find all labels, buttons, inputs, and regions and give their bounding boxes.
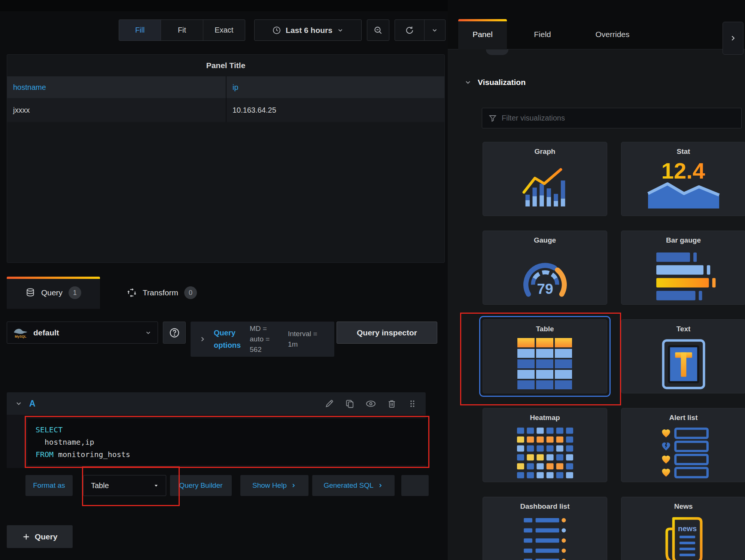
- query-options-toggle[interactable]: Query options MD = auto = 562 Interval =…: [191, 322, 334, 357]
- column-header-hostname[interactable]: hostname: [7, 76, 226, 98]
- visualization-section-toggle[interactable]: Visualization: [464, 78, 526, 87]
- tab-transform[interactable]: Transform 0: [123, 277, 201, 309]
- format-as-value: Table: [91, 481, 153, 490]
- gauge-value: 79: [537, 281, 553, 297]
- chevron-down-icon: [15, 400, 22, 407]
- viz-card-bar-gauge[interactable]: Bar gauge: [621, 231, 745, 305]
- mysql-logo-text: MySQL: [15, 335, 27, 338]
- viz-card-table[interactable]: Table: [483, 319, 607, 393]
- fit-button[interactable]: Fit: [161, 20, 203, 40]
- refresh-interval-dropdown[interactable]: [425, 20, 445, 40]
- sql-editor[interactable]: SELECT hostname,ipFROM monitoring_hosts: [27, 419, 427, 465]
- fill-button[interactable]: Fill: [119, 20, 161, 40]
- transform-count-badge: 0: [184, 286, 197, 299]
- tab-field[interactable]: Field: [522, 19, 563, 49]
- plus-icon: [22, 533, 30, 541]
- visualization-grid: Graph: [483, 142, 745, 560]
- table-row: jxxxx 10.163.64.25: [7, 98, 444, 122]
- tab-overrides[interactable]: Overrides: [579, 19, 646, 49]
- time-range-picker[interactable]: Last 6 hours: [254, 19, 362, 41]
- sql-line-2: hostname,ip: [36, 436, 427, 448]
- query-options-interval-summary: Interval = 1m: [288, 329, 321, 350]
- sql-line-3: FROM monitoring_hosts: [36, 448, 427, 461]
- grafana-panel-editor: Fill Fit Exact Last 6 hours Panel Title …: [0, 0, 745, 560]
- news-icon: news: [656, 515, 712, 560]
- filter-visualizations-input[interactable]: [502, 114, 735, 122]
- graph-icon: [522, 167, 569, 207]
- format-as-label: Format as: [25, 475, 73, 496]
- editor-tabs: Query 1 Transform 0: [7, 277, 201, 309]
- viz-card-dashboard-list[interactable]: Dashboard list: [483, 497, 607, 560]
- time-range-label: Last 6 hours: [286, 26, 332, 35]
- drag-handle-icon[interactable]: [407, 399, 417, 409]
- table-icon: [515, 337, 575, 392]
- tab-panel[interactable]: Panel: [458, 19, 507, 49]
- query-row-actions: [324, 398, 417, 409]
- options-pane: Panel Field Overrides Visualization Grap…: [448, 0, 745, 560]
- collapse-pane-button[interactable]: [723, 22, 744, 55]
- datasource-help-button[interactable]: [163, 322, 186, 344]
- stat-value: 12.4: [661, 159, 705, 183]
- refresh-button[interactable]: [395, 20, 425, 40]
- sql-line-1: SELECT: [36, 424, 427, 436]
- viz-card-alert-list[interactable]: Alert list: [621, 408, 745, 482]
- refresh-icon: [405, 25, 414, 35]
- viz-card-gauge[interactable]: Gauge 79: [483, 231, 607, 305]
- caret-down-icon: [153, 483, 159, 489]
- cell-hostname: jxxxx: [7, 98, 226, 122]
- query-count-badge: 1: [69, 286, 81, 299]
- stat-icon: 12.4: [641, 159, 727, 211]
- text-icon: [662, 339, 706, 390]
- query-row-header[interactable]: A: [7, 392, 426, 415]
- column-header-ip[interactable]: ip: [226, 76, 444, 98]
- chevron-right-icon: [729, 34, 737, 42]
- funnel-icon: [488, 114, 497, 123]
- viz-card-text[interactable]: Text: [621, 319, 745, 393]
- copy-icon[interactable]: [345, 399, 355, 409]
- query-options-md-summary: MD = auto = 562: [250, 323, 280, 355]
- chevron-down-icon: [145, 329, 152, 336]
- trash-icon[interactable]: [387, 399, 397, 409]
- zoom-out-button[interactable]: [367, 19, 389, 41]
- viz-card-stat[interactable]: Stat 12.4: [621, 142, 745, 216]
- angle-right-icon: [199, 335, 206, 343]
- tab-query[interactable]: Query 1: [7, 277, 100, 309]
- exact-button[interactable]: Exact: [203, 20, 245, 40]
- generated-sql-button[interactable]: Generated SQL: [312, 475, 395, 496]
- tab-scroll-artifact: [486, 49, 508, 55]
- pencil-icon[interactable]: [324, 399, 334, 409]
- extra-button[interactable]: [401, 475, 429, 496]
- clock-icon: [272, 26, 281, 35]
- query-tab-label: Query: [41, 288, 63, 297]
- transform-tab-label: Transform: [143, 288, 178, 297]
- table-header-row: hostname ip: [7, 76, 444, 98]
- panel-title: Panel Title: [7, 55, 444, 76]
- dashboard-list-icon: [513, 515, 577, 560]
- datasource-value: default: [33, 328, 145, 337]
- search-minus-icon: [373, 25, 383, 35]
- gauge-icon: 79: [517, 253, 573, 298]
- add-query-button[interactable]: Query: [7, 525, 73, 548]
- chevron-down-icon: [431, 27, 438, 34]
- options-pane-tabs: Panel Field Overrides: [448, 0, 745, 49]
- show-help-button[interactable]: Show Help: [240, 475, 308, 496]
- viz-card-news[interactable]: News news: [621, 497, 745, 560]
- bar-gauge-icon: [648, 250, 719, 301]
- datasource-select[interactable]: MySQL default: [7, 322, 158, 344]
- viz-card-heatmap[interactable]: Heatmap: [483, 408, 607, 482]
- database-icon: [25, 288, 35, 298]
- alert-list-icon: [652, 427, 715, 479]
- format-as-select[interactable]: Table: [83, 475, 166, 496]
- chevron-down-icon: [337, 27, 344, 34]
- query-ref-id: A: [29, 399, 324, 409]
- panel-preview: Panel Title hostname ip jxxxx 10.163.64.…: [7, 54, 445, 263]
- cell-ip: 10.163.64.25: [226, 98, 444, 122]
- query-builder-button[interactable]: Query Builder: [170, 475, 232, 496]
- viz-card-graph[interactable]: Graph: [483, 142, 607, 216]
- help-circle-icon: [169, 327, 180, 338]
- query-inspector-button[interactable]: Query inspector: [337, 322, 437, 344]
- eye-icon[interactable]: [365, 398, 376, 409]
- transform-icon: [127, 288, 137, 298]
- viewmode-group: Fill Fit Exact: [119, 19, 245, 41]
- heatmap-icon: [517, 427, 573, 478]
